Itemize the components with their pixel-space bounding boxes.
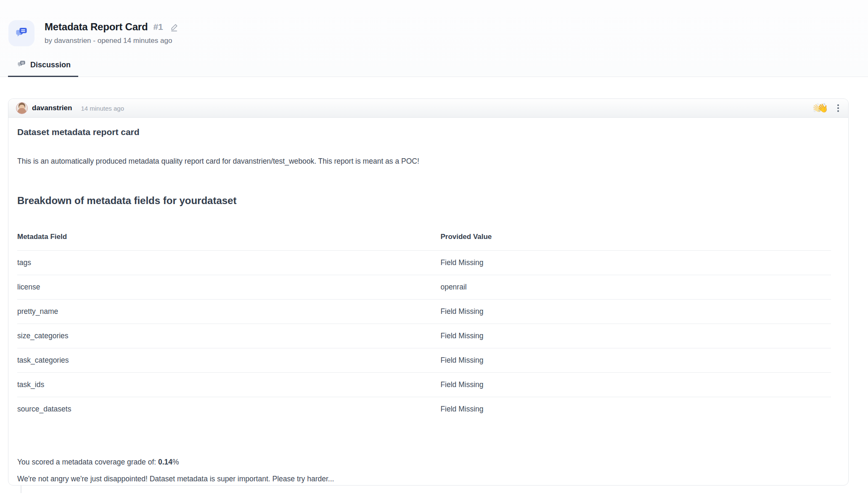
table-cell: task_categories [17,348,440,373]
column-header-value: Provided Value [440,226,831,251]
table-cell: tags [17,251,440,275]
table-row: pretty_nameField Missing [17,300,831,324]
table-cell: size_categories [17,324,440,348]
page-title: Metadata Report Card [45,21,148,33]
discussion-badge [8,20,34,46]
page-header: Metadata Report Card #1 by davanstrien -… [0,0,868,77]
issue-byline: by davanstrien - opened 14 minutes ago [45,37,179,45]
score-line: You scored a metadata coverage grade of:… [17,457,839,467]
wave-emoji-icon: 👋 [816,102,828,114]
score-suffix: % [172,458,179,466]
tab-bar: Discussion [0,55,868,77]
table-row: size_categoriesField Missing [17,324,831,348]
table-header-row: Metadata Field Provided Value [17,226,831,251]
table-row: licenseopenrail [17,275,831,300]
table-cell: task_ids [17,373,440,397]
table-cell: Field Missing [440,348,831,373]
table-cell: license [17,275,440,300]
edit-title-icon[interactable] [169,22,179,32]
table-cell: Field Missing [440,300,831,324]
tab-discussion[interactable]: Discussion [8,55,78,77]
closing-remark: We're not angry we're just disappointed!… [17,474,839,484]
tab-discussion-label: Discussion [30,61,71,69]
comment-header: davanstrien 14 minutes ago 👋 👋 [8,99,848,118]
comment-body: Dataset metadata report card This is an … [8,127,848,484]
comment-card: davanstrien 14 minutes ago 👋 👋 Dataset m… [8,98,849,486]
table-row: task_idsField Missing [17,373,831,397]
comment-timestamp: 14 minutes ago [81,105,124,112]
table-cell: openrail [440,275,831,300]
comment-author[interactable]: davanstrien [32,104,72,112]
table-cell: Field Missing [440,397,831,422]
table-cell: pretty_name [17,300,440,324]
kebab-menu-icon[interactable] [836,102,841,114]
discussion-bubbles-icon [15,26,28,41]
score-value: 0.14 [158,458,172,466]
report-card-heading: Dataset metadata report card [17,127,839,137]
discussion-tab-icon [17,59,26,70]
table-cell: Field Missing [440,373,831,397]
avatar[interactable] [16,102,28,114]
issue-number: #1 [153,22,163,32]
table-row: tagsField Missing [17,251,831,275]
thread-connector-line [21,486,21,493]
table-cell: Field Missing [440,324,831,348]
table-cell: source_datasets [17,397,440,422]
intro-paragraph: This is an automatically produced metada… [17,156,839,167]
table-cell: Field Missing [440,251,831,275]
score-prefix: You scored a metadata coverage grade of: [17,458,158,466]
breakdown-heading: Breakdown of metadata fields for yourdat… [17,195,839,207]
table-row: source_datasetsField Missing [17,397,831,422]
column-header-field: Metadata Field [17,226,440,251]
table-row: task_categoriesField Missing [17,348,831,373]
add-reaction-button[interactable]: 👋 👋 [810,102,828,114]
metadata-table: Metadata Field Provided Value tagsField … [17,226,831,421]
